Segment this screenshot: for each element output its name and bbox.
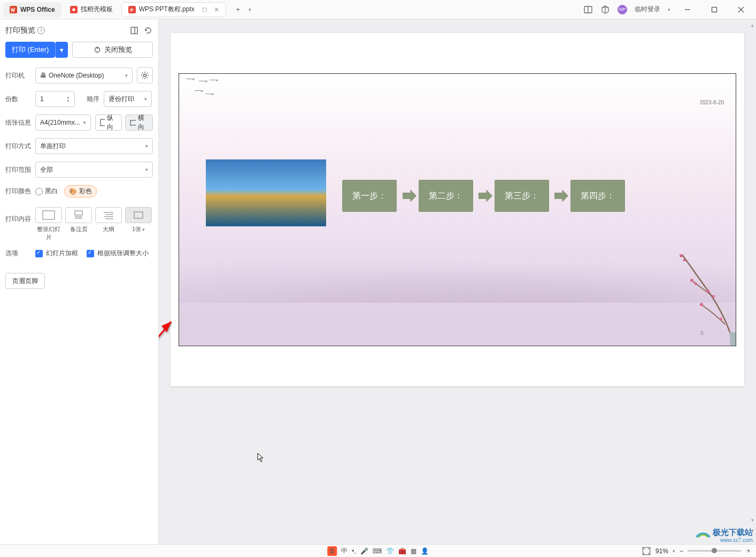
- ime-skin-icon[interactable]: 👕: [386, 547, 394, 555]
- titlebar-right: WP 临时登录 ▾: [583, 0, 756, 19]
- printer-settings-button[interactable]: [137, 67, 153, 83]
- one-up-label: 1张▾: [125, 225, 152, 233]
- panel-icon[interactable]: [583, 5, 593, 14]
- full-slide-label: 整张幻灯片: [35, 225, 62, 241]
- header-footer-button[interactable]: 页眉页脚: [5, 273, 45, 289]
- ime-keyboard-icon[interactable]: ⌨: [373, 547, 382, 555]
- window-close-button[interactable]: [731, 0, 751, 19]
- bw-radio[interactable]: 黑白: [35, 187, 58, 196]
- cursor-icon: [257, 453, 265, 462]
- method-label: 打印方式: [5, 142, 31, 151]
- svg-point-30: [683, 259, 686, 262]
- watermark-url: www.xz7.com: [720, 537, 753, 543]
- outline-option[interactable]: 大纲: [95, 207, 122, 241]
- templates-tab-label: 找稻壳模板: [81, 5, 113, 14]
- svg-rect-16: [101, 119, 105, 126]
- docer-icon: [70, 6, 78, 13]
- slider-thumb[interactable]: [712, 548, 717, 553]
- chevron-down-icon: ▾: [144, 96, 147, 102]
- scroll-up-icon[interactable]: ▴: [751, 22, 754, 28]
- color-label-text: 彩色: [79, 187, 92, 196]
- svg-point-32: [695, 283, 697, 285]
- notes-label: 备注页: [65, 225, 92, 233]
- svg-point-15: [144, 74, 146, 77]
- notes-icon: [65, 207, 92, 223]
- scroll-down-icon[interactable]: ▾: [751, 517, 754, 523]
- palette-icon: 🎨: [69, 188, 77, 195]
- chevron-down-icon: ▾: [145, 143, 148, 149]
- printer-value: OneNote (Desktop): [49, 72, 104, 79]
- color-radio[interactable]: 🎨 彩色: [64, 185, 97, 197]
- fit-checkbox[interactable]: 根据纸张调整大小: [87, 249, 149, 258]
- login-label[interactable]: 临时登录: [635, 5, 660, 14]
- checkbox-checked-icon: [35, 250, 43, 257]
- portrait-button[interactable]: 纵向: [95, 115, 122, 131]
- file-tab[interactable]: P WPS PPT教程.pptx ▢ ✕: [121, 2, 226, 17]
- new-tab-button[interactable]: ＋: [230, 2, 245, 17]
- ime-toolbar: S 中 •, 🎤 ⌨ 👕 🧰 ▦ 👤: [327, 546, 429, 556]
- help-icon[interactable]: ?: [37, 27, 45, 34]
- wps-app-tab[interactable]: WPS Office: [3, 2, 61, 17]
- svg-rect-18: [43, 211, 55, 219]
- user-avatar-icon[interactable]: WP: [618, 5, 627, 14]
- paper-select[interactable]: A4(210mmx... ▾: [35, 115, 91, 131]
- ime-user-icon[interactable]: 👤: [421, 547, 429, 555]
- chevron-down-icon[interactable]: ▾: [673, 548, 675, 554]
- landscape-button[interactable]: 横向: [125, 115, 153, 131]
- preview-canvas: ▴ ▾ ▾ 2023-8-20 乛 乛 乛 乛 乛 第一步：: [159, 19, 756, 544]
- notes-option[interactable]: 备注页: [65, 207, 92, 241]
- branch-decoration: [645, 244, 736, 346]
- refresh-icon[interactable]: [143, 26, 153, 35]
- frame-checkbox-label: 幻灯片加框: [46, 249, 78, 258]
- zoom-slider[interactable]: [688, 550, 741, 552]
- printer-select[interactable]: 🖶OneNote (Desktop) ▾: [35, 67, 133, 83]
- file-tab-label: WPS PPT教程.pptx: [139, 5, 195, 14]
- presentation-mode-icon[interactable]: ▢: [201, 6, 209, 13]
- paper-label: 纸张信息: [5, 118, 31, 127]
- watermark-brand: 极光下载站: [713, 528, 753, 538]
- templates-tab[interactable]: 找稻壳模板: [64, 2, 119, 17]
- gear-icon: [141, 71, 149, 80]
- bw-label: 黑白: [45, 187, 58, 196]
- cube-icon[interactable]: [600, 5, 610, 14]
- print-button-caret[interactable]: ▾: [55, 42, 68, 58]
- print-button[interactable]: 打印 (Enter): [5, 42, 55, 58]
- portrait-icon: [100, 119, 105, 126]
- print-method-select[interactable]: 单面打印 ▾: [35, 138, 153, 154]
- collapse-panel-icon[interactable]: [129, 26, 139, 35]
- ime-grid-icon[interactable]: ▦: [411, 547, 416, 555]
- copies-spinner[interactable]: 1 ▲▼: [35, 91, 75, 107]
- fit-checkbox-label: 根据纸张调整大小: [97, 249, 149, 258]
- window-maximize-button[interactable]: [705, 0, 724, 19]
- ime-voice-icon[interactable]: 🎤: [360, 547, 368, 555]
- radio-icon: [35, 188, 43, 195]
- action-button-row: 打印 (Enter) ▾ 关闭预览: [5, 42, 153, 58]
- print-range-select[interactable]: 全部 ▾: [35, 162, 153, 178]
- main-content: 打印预览 ? 打印 (Enter) ▾ 关闭预览 打印机 🖶OneNote (D…: [0, 19, 756, 544]
- svg-rect-17: [130, 120, 136, 125]
- paper-sheet: 2023-8-20 乛 乛 乛 乛 乛 第一步： 第二步： 第三步： 第四步： …: [171, 33, 744, 386]
- zoom-in-button[interactable]: ＋: [745, 546, 752, 555]
- sidebar-header: 打印预览 ?: [5, 26, 153, 35]
- one-per-page-option[interactable]: 1张▾: [125, 207, 152, 241]
- svg-point-2: [72, 8, 75, 11]
- spinner-arrows[interactable]: ▲▼: [66, 95, 70, 103]
- sogou-icon[interactable]: S: [327, 546, 337, 556]
- login-caret-icon[interactable]: ▾: [668, 7, 670, 12]
- one-up-icon: [125, 207, 152, 223]
- new-tab-caret-icon[interactable]: ▾: [249, 7, 251, 12]
- svg-point-34: [712, 295, 715, 298]
- ime-toolbox-icon[interactable]: 🧰: [398, 547, 406, 555]
- ime-punct-icon[interactable]: •,: [352, 547, 356, 555]
- close-preview-button[interactable]: 关闭预览: [72, 42, 153, 58]
- fit-page-icon[interactable]: [642, 546, 651, 556]
- ime-language[interactable]: 中: [341, 546, 348, 555]
- full-slide-option[interactable]: 整张幻灯片: [35, 207, 62, 241]
- zoom-value[interactable]: 91%: [655, 547, 668, 555]
- zoom-out-button[interactable]: −: [680, 547, 683, 555]
- window-minimize-button[interactable]: [678, 0, 697, 19]
- close-tab-icon[interactable]: ✕: [214, 6, 219, 13]
- order-select[interactable]: 逐份打印 ▾: [104, 91, 152, 107]
- frame-checkbox[interactable]: 幻灯片加框: [35, 249, 78, 258]
- sidebar-title-text: 打印预览: [5, 26, 35, 35]
